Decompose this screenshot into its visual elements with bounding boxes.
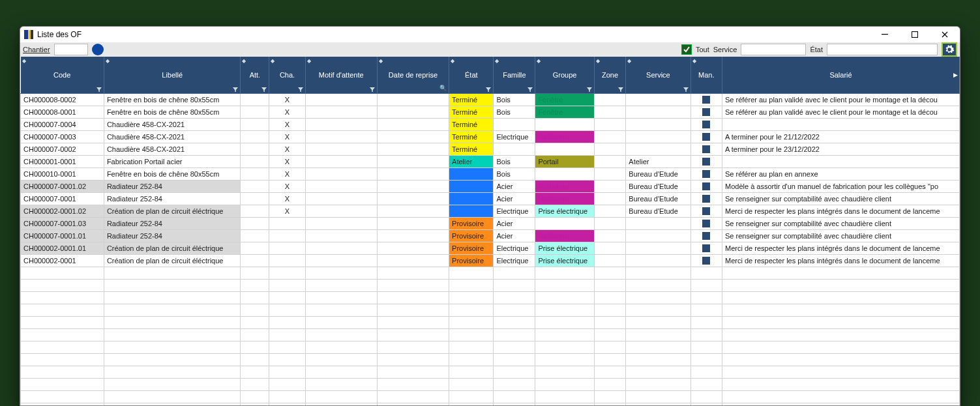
cell[interactable]: Acier xyxy=(494,229,535,242)
cell[interactable] xyxy=(690,254,722,267)
cell[interactable] xyxy=(535,143,594,155)
cell[interactable]: Chaudière 458-CX-2021 xyxy=(104,118,240,130)
cell[interactable] xyxy=(626,229,690,242)
cell[interactable] xyxy=(305,205,377,217)
cell[interactable] xyxy=(626,143,690,155)
cell[interactable] xyxy=(269,254,305,267)
cell[interactable]: CH000007-0002 xyxy=(21,143,104,155)
cell[interactable] xyxy=(690,106,722,118)
chantier-lookup-button[interactable] xyxy=(92,44,104,55)
cell[interactable] xyxy=(626,130,690,143)
cell[interactable]: Bureau d'Etude xyxy=(626,180,690,192)
cell[interactable]: CH000007-0001.03 xyxy=(21,217,104,229)
cell[interactable] xyxy=(305,130,377,143)
cell[interactable]: CH000007-0001.01 xyxy=(21,229,104,242)
cell[interactable]: Bureau d'Etude xyxy=(626,192,690,205)
cell[interactable]: Acier xyxy=(494,192,535,205)
cell[interactable]: Bois xyxy=(494,93,535,106)
column-header[interactable]: ◆Code xyxy=(21,57,104,93)
cell[interactable]: Acier xyxy=(494,217,535,229)
cell[interactable]: X xyxy=(269,167,305,180)
service-input[interactable] xyxy=(741,44,806,55)
table-row[interactable]: CH000007-0001.03Radiateur 252-84Provisoi… xyxy=(21,217,960,229)
cell[interactable]: Electrique xyxy=(494,130,535,143)
cell[interactable]: Radiateur xyxy=(535,192,594,205)
cell[interactable] xyxy=(594,180,626,192)
cell[interactable] xyxy=(594,242,626,254)
cell[interactable] xyxy=(305,106,377,118)
cell[interactable]: Acier xyxy=(494,180,535,192)
cell[interactable] xyxy=(626,93,690,106)
cell[interactable]: Electrique xyxy=(494,205,535,217)
column-header[interactable]: ◆Service xyxy=(626,57,690,93)
cell[interactable] xyxy=(594,205,626,217)
cell[interactable]: Se référer au plan en annexe xyxy=(722,167,960,180)
cell[interactable]: CH000001-0001 xyxy=(21,155,104,167)
cell[interactable] xyxy=(269,229,305,242)
cell[interactable]: Se renseigner sur comptabilité avec chau… xyxy=(722,229,960,242)
cell[interactable] xyxy=(690,229,722,242)
cell[interactable]: A terminer pour le 21/12/2022 xyxy=(722,130,960,143)
cell[interactable]: Bois xyxy=(494,106,535,118)
cell[interactable] xyxy=(305,217,377,229)
cell[interactable] xyxy=(594,155,626,167)
cell[interactable] xyxy=(305,229,377,242)
cell[interactable]: Merci de respecter les plans intégrés da… xyxy=(722,205,960,217)
cell[interactable]: Fenêtre en bois de chêne 80x55cm xyxy=(104,167,240,180)
cell[interactable]: A terminer pour le 23/12/2022 xyxy=(722,143,960,155)
cell[interactable]: Fenêtre xyxy=(535,93,594,106)
cell[interactable] xyxy=(377,192,449,205)
cell[interactable] xyxy=(241,118,269,130)
cell[interactable] xyxy=(594,118,626,130)
table-row[interactable]: CH000001-0001Fabrication Portail acierXA… xyxy=(21,155,960,167)
table-row[interactable]: CH000007-0001.01Radiateur 252-84Provisoi… xyxy=(21,229,960,242)
cell[interactable] xyxy=(241,242,269,254)
cell[interactable]: Radiateur xyxy=(535,229,594,242)
cell[interactable] xyxy=(594,229,626,242)
cell[interactable]: CH000007-0001 xyxy=(21,192,104,205)
column-header[interactable]: ◆État xyxy=(449,57,494,93)
cell[interactable] xyxy=(377,93,449,106)
cell[interactable] xyxy=(241,205,269,217)
cell[interactable]: X xyxy=(269,106,305,118)
cell[interactable]: X xyxy=(269,180,305,192)
cell[interactable] xyxy=(722,155,960,167)
cell[interactable]: X xyxy=(269,192,305,205)
cell[interactable] xyxy=(377,180,449,192)
cell[interactable] xyxy=(594,167,626,180)
cell[interactable] xyxy=(241,155,269,167)
table-row[interactable]: CH000007-0001Radiateur 252-84XBEAcierRad… xyxy=(21,192,960,205)
column-header[interactable]: ◆Date de reprise🔍 xyxy=(377,57,449,93)
cell[interactable]: CH000007-0003 xyxy=(21,130,104,143)
cell[interactable]: CH000002-0001 xyxy=(21,254,104,267)
cell[interactable]: Chaudière 458-CX-2021 xyxy=(104,143,240,155)
cell[interactable] xyxy=(377,205,449,217)
cell[interactable]: Radiateur xyxy=(535,130,594,143)
cell[interactable]: Se référer au plan validé avec le client… xyxy=(722,106,960,118)
cell[interactable]: Bureau d'Etude xyxy=(626,205,690,217)
cell[interactable] xyxy=(377,254,449,267)
cell[interactable]: Terminé xyxy=(449,106,494,118)
column-header[interactable]: Salarié▶ xyxy=(722,57,960,93)
cell[interactable] xyxy=(594,130,626,143)
column-header[interactable]: ◆Zone xyxy=(594,57,626,93)
cell[interactable] xyxy=(305,118,377,130)
cell[interactable]: BE xyxy=(449,180,494,192)
column-header[interactable]: ◆Groupe xyxy=(535,57,594,93)
cell[interactable]: X xyxy=(269,130,305,143)
chantier-input[interactable] xyxy=(54,44,88,55)
cell[interactable] xyxy=(690,143,722,155)
cell[interactable] xyxy=(690,242,722,254)
cell[interactable]: Provisoire xyxy=(449,242,494,254)
cell[interactable]: Atelier xyxy=(626,155,690,167)
cell[interactable]: Radiateur 252-84 xyxy=(104,180,240,192)
table-row[interactable]: CH000010-0001Fenêtre en bois de chêne 80… xyxy=(21,167,960,180)
cell[interactable] xyxy=(377,130,449,143)
cell[interactable] xyxy=(241,106,269,118)
column-header[interactable]: ◆Att. xyxy=(241,57,269,93)
cell[interactable]: Modèle à assortir d'un manuel de fabrica… xyxy=(722,180,960,192)
cell[interactable]: Fenêtre en bois de chêne 80x55cm xyxy=(104,93,240,106)
cell[interactable] xyxy=(377,217,449,229)
cell[interactable] xyxy=(626,242,690,254)
table-row[interactable]: CH000007-0004Chaudière 458-CX-2021XTermi… xyxy=(21,118,960,130)
